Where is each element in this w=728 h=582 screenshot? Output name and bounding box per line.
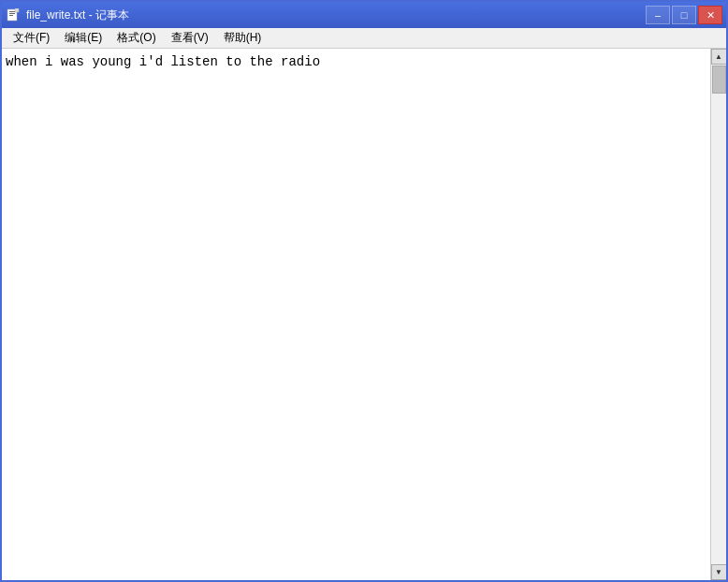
editor-container [2, 49, 710, 580]
svg-rect-2 [9, 13, 15, 14]
svg-rect-1 [9, 11, 15, 12]
notepad-window: file_write.txt - 记事本 – □ ✕ 文件(F) 编辑(E) 格… [0, 0, 728, 582]
menu-edit[interactable]: 编辑(E) [57, 28, 109, 48]
vertical-scrollbar: ▲ ▼ [710, 49, 726, 580]
scroll-up-arrow[interactable]: ▲ [711, 49, 727, 65]
menu-help[interactable]: 帮助(H) [216, 28, 269, 48]
window-title: file_write.txt - 记事本 [26, 7, 129, 23]
title-bar: file_write.txt - 记事本 – □ ✕ [2, 2, 726, 28]
window-controls: – □ ✕ [646, 6, 722, 24]
menu-format[interactable]: 格式(O) [109, 28, 163, 48]
menu-bar: 文件(F) 编辑(E) 格式(O) 查看(V) 帮助(H) [2, 28, 726, 49]
svg-rect-3 [9, 15, 13, 16]
close-button[interactable]: ✕ [698, 6, 722, 24]
scroll-track[interactable] [711, 65, 726, 564]
menu-file[interactable]: 文件(F) [6, 28, 57, 48]
menu-view[interactable]: 查看(V) [164, 28, 216, 48]
content-area: ▲ ▼ [2, 49, 726, 580]
minimize-button[interactable]: – [646, 6, 670, 24]
app-icon [6, 7, 21, 22]
title-bar-left: file_write.txt - 记事本 [6, 7, 129, 23]
text-editor[interactable] [2, 49, 710, 580]
svg-rect-4 [15, 8, 19, 12]
scroll-thumb[interactable] [712, 65, 726, 94]
scroll-down-arrow[interactable]: ▼ [711, 564, 727, 580]
maximize-button[interactable]: □ [672, 6, 696, 24]
